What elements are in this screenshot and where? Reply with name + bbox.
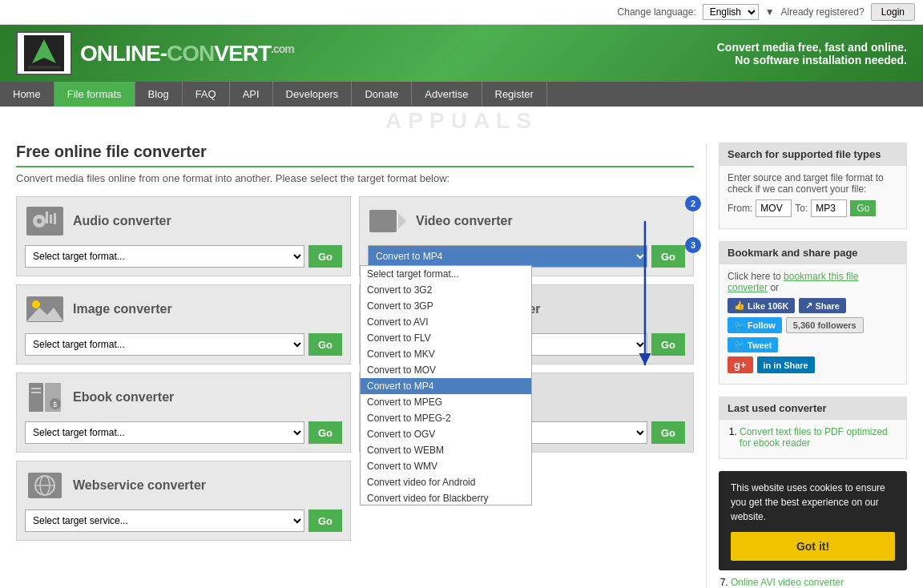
image-format-select[interactable]: Select target format... (25, 333, 304, 356)
nav-api[interactable]: API (230, 82, 273, 107)
bookmark-desc: Click here to bookmark this file convert… (728, 271, 898, 293)
ebook-converter-title: Ebook converter (73, 390, 174, 405)
svg-rect-9 (369, 210, 397, 232)
dd-wmv[interactable]: Convert to WMV (361, 458, 531, 474)
watermark-bar: APPUALS (0, 107, 923, 135)
dd-mpeg2[interactable]: Convert to MPEG-2 (361, 410, 531, 426)
last-used-list: Convert text files to PDF optimized for … (728, 426, 898, 449)
ebook-format-select[interactable]: Select target format... (25, 421, 304, 444)
nav-faq[interactable]: FAQ (183, 82, 230, 107)
extra-last-used-list: Online AVI video converter (719, 577, 907, 588)
login-button[interactable]: Login (871, 3, 915, 21)
audio-format-select[interactable]: Select target format... (25, 245, 304, 268)
video-converter-header: Video converter (368, 205, 685, 237)
follow-button[interactable]: 🐦 Follow (728, 317, 782, 333)
dd-3gp[interactable]: Convert to 3GP (361, 298, 531, 314)
followers-count: 5,360 followers (786, 317, 864, 333)
cookie-text: This website uses cookies to ensure you … (731, 481, 895, 524)
extra-last-used: Online AVI video converter (719, 577, 907, 588)
svg-point-5 (37, 219, 42, 224)
header: ONLINE-CONVERT.com Convert media free, f… (0, 25, 923, 82)
webservice-format-select[interactable]: Select target service... (25, 509, 304, 532)
svg-rect-6 (46, 211, 48, 224)
webservice-go-button[interactable]: Go (308, 509, 342, 532)
google-plus-button[interactable]: g+ (728, 356, 753, 373)
dd-android[interactable]: Convert video for Android (361, 474, 531, 490)
social-row-2: 🐦 Follow 5,360 followers 🐦 Tweet (728, 317, 898, 352)
social-row-3: g+ in in Share (728, 356, 898, 373)
dd-mp4[interactable]: Convert to MP4 (361, 378, 531, 394)
webservice-converter-card: Webservice converter Select target servi… (16, 461, 351, 541)
nav-home[interactable]: Home (0, 82, 54, 107)
dd-mov[interactable]: Convert to MOV (361, 362, 531, 378)
bookmark-section: Bookmark and share page Click here to bo… (719, 241, 907, 385)
ebook-converter-card: $ Ebook converter Select target format..… (16, 373, 351, 453)
share-button[interactable]: ↗ Share (799, 298, 846, 313)
dd-3g2[interactable]: Convert to 3G2 (361, 282, 531, 298)
last-used-link-7[interactable]: Online AVI video converter (731, 577, 844, 588)
ebook-converter-header: $ Ebook converter (25, 381, 342, 413)
main-container: Free online file converter Convert media… (0, 135, 923, 588)
dd-flv[interactable]: Convert to FLV (361, 330, 531, 346)
tweet-button[interactable]: 🐦 Tweet (728, 337, 778, 352)
dd-webm[interactable]: Convert to WEBM (361, 442, 531, 458)
content-area: Free online file converter Convert media… (16, 143, 707, 588)
svg-text:$: $ (53, 401, 57, 409)
dd-blackberry[interactable]: Convert video for Blackberry (361, 490, 531, 505)
dd-avi[interactable]: Convert to AVI (361, 314, 531, 330)
nav-advertise[interactable]: Advertise (412, 82, 482, 107)
search-go-button[interactable]: Go (850, 200, 876, 216)
page-title: Free online file converter (16, 143, 694, 167)
linkedin-share-button[interactable]: in in Share (757, 356, 815, 373)
language-select[interactable]: English (703, 4, 759, 20)
like-button[interactable]: 👍 Like 106K (728, 298, 795, 313)
page-description: Convert media files online from one form… (16, 172, 694, 184)
webservice-icon (25, 469, 65, 501)
dd-ogv[interactable]: Convert to OGV (361, 426, 531, 442)
search-section-title: Search for supported file types (719, 143, 906, 166)
nav-blog[interactable]: Blog (135, 82, 183, 107)
dd-mpeg[interactable]: Convert to MPEG (361, 394, 531, 410)
bookmark-section-body: Click here to bookmark this file convert… (719, 264, 906, 384)
last-used-title: Last used converter (719, 397, 906, 420)
svg-rect-24 (31, 392, 41, 393)
svg-rect-2 (28, 66, 60, 69)
svg-marker-10 (398, 213, 406, 229)
svg-rect-23 (31, 388, 41, 389)
image-converter-header: Image converter (25, 293, 342, 325)
dd-select-format[interactable]: Select target format... (361, 266, 531, 282)
share-icon: ↗ (805, 300, 812, 311)
audio-icon (25, 205, 65, 237)
audio-go-button[interactable]: Go (308, 245, 342, 268)
ebook-go-button[interactable]: Go (308, 421, 342, 444)
search-section: Search for supported file types Enter so… (719, 143, 907, 229)
sidebar: Search for supported file types Enter so… (707, 143, 907, 588)
video-dropdown[interactable]: Select target format... Convert to 3G2 C… (360, 265, 532, 505)
annotation-2: 2 (685, 195, 701, 211)
nav-file-formats[interactable]: File formats (54, 82, 135, 107)
nav-donate[interactable]: Donate (352, 82, 412, 107)
nav-developers[interactable]: Developers (273, 82, 353, 107)
header-tagline: Convert media free, fast and online. No … (717, 41, 907, 66)
dd-mkv[interactable]: Convert to MKV (361, 346, 531, 362)
ebook-converter-controls: Select target format... Go (25, 421, 342, 444)
webservice-converter-controls: Select target service... Go (25, 509, 342, 532)
search-format-row: From: To: Go (728, 199, 898, 217)
logo-icon-box (16, 31, 72, 75)
converter-grid: Audio converter Select target format... … (16, 196, 694, 541)
last-used-link-1[interactable]: Convert text files to PDF optimized for … (740, 426, 888, 449)
image-go-button[interactable]: Go (308, 333, 342, 356)
nav-register[interactable]: Register (482, 82, 547, 107)
from-input[interactable] (756, 199, 792, 217)
video-format-select[interactable]: Convert to MP4 (368, 245, 647, 268)
hash-go-button[interactable]: Go (651, 421, 685, 444)
audio-converter-card: Audio converter Select target format... … (16, 196, 351, 276)
top-bar: Change language: English ▼ Already regis… (0, 0, 923, 25)
to-input[interactable] (811, 199, 847, 217)
registered-label: Already registered? (781, 6, 865, 18)
document-go-button[interactable]: Go (651, 333, 685, 356)
got-it-button[interactable]: Got it! (731, 532, 895, 561)
svg-point-14 (32, 300, 40, 308)
ebook-icon: $ (25, 381, 65, 413)
video-go-button[interactable]: Go (651, 245, 685, 268)
